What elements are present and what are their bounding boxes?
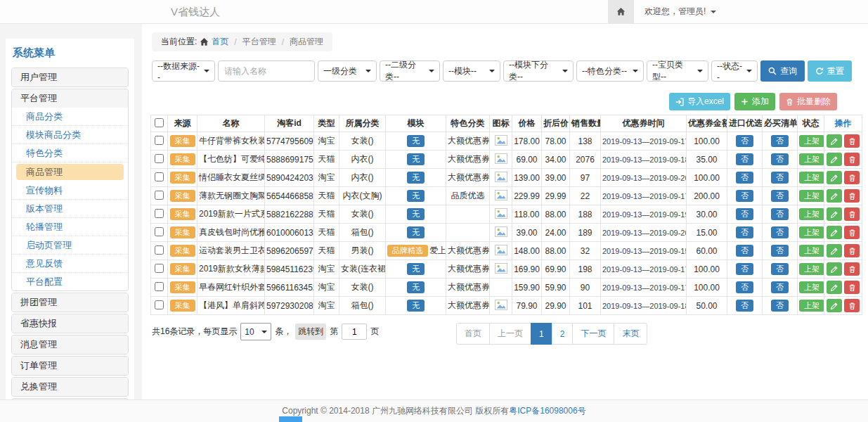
must-buy-toggle[interactable]: 否 — [771, 172, 789, 184]
row-checkbox[interactable] — [155, 245, 164, 255]
status-on-shelf-button[interactable]: 上架 — [799, 135, 824, 147]
import-select-toggle[interactable]: 否 — [736, 245, 753, 257]
status-on-shelf-button[interactable]: 上架 — [799, 208, 824, 220]
batch-delete-button[interactable]: 批量删除 — [779, 93, 837, 110]
sidebar-group-message-management[interactable]: 消息管理 — [12, 335, 128, 354]
row-checkbox[interactable] — [155, 300, 164, 309]
must-buy-toggle[interactable]: 否 — [771, 135, 789, 147]
row-edit-button[interactable] — [827, 244, 842, 257]
must-buy-toggle[interactable]: 否 — [771, 153, 789, 165]
row-checkbox[interactable] — [155, 136, 164, 145]
status-on-shelf-button[interactable]: 上架 — [799, 172, 824, 184]
page-1[interactable]: 1 — [531, 323, 552, 345]
goto-page-input[interactable] — [342, 324, 367, 340]
status-on-shelf-button[interactable]: 上架 — [799, 300, 824, 312]
sidebar-item-splash-management[interactable]: 启动页管理 — [12, 236, 128, 255]
sidebar-item-promo-material[interactable]: 宣传物料 — [12, 181, 128, 200]
feature-select[interactable]: --特色分类-- — [576, 60, 644, 82]
import-select-toggle[interactable]: 否 — [736, 281, 753, 293]
sidebar-item-feedback[interactable]: 意见反馈 — [12, 255, 128, 273]
sidebar-group-exchange-management[interactable]: 兑换管理 — [12, 378, 128, 396]
sidebar-item-version-management[interactable]: 版本管理 — [12, 200, 128, 218]
row-checkbox[interactable] — [155, 172, 164, 181]
status-on-shelf-button[interactable]: 上架 — [799, 281, 824, 293]
row-edit-button[interactable] — [827, 153, 842, 166]
page-first[interactable]: 首页 — [456, 323, 490, 345]
row-checkbox[interactable] — [155, 191, 164, 200]
row-delete-button[interactable] — [844, 244, 860, 257]
sidebar-group-order-management[interactable]: 订单管理 — [12, 357, 128, 375]
row-checkbox[interactable] — [155, 227, 164, 236]
row-delete-button[interactable] — [844, 262, 860, 276]
import-select-toggle[interactable]: 否 — [736, 135, 753, 147]
row-edit-button[interactable] — [827, 171, 842, 184]
must-buy-toggle[interactable]: 否 — [771, 263, 789, 275]
sidebar-item-module-goods-category[interactable]: 模块商品分类 — [12, 126, 128, 144]
row-edit-button[interactable] — [827, 281, 842, 294]
sidebar-item-carousel-management[interactable]: 轮播管理 — [12, 218, 128, 236]
row-edit-button[interactable] — [827, 262, 842, 276]
sidebar-item-platform-config[interactable]: 平台配置 — [12, 273, 128, 290]
import-select-toggle[interactable]: 否 — [736, 300, 753, 312]
must-buy-toggle[interactable]: 否 — [771, 226, 789, 238]
data-source-select[interactable]: --数据来源-- — [152, 60, 215, 82]
status-on-shelf-button[interactable]: 上架 — [799, 263, 824, 275]
row-checkbox[interactable] — [155, 264, 164, 273]
row-delete-button[interactable] — [844, 153, 860, 166]
row-edit-button[interactable] — [827, 189, 842, 203]
breadcrumb-home-link[interactable]: 首页 — [200, 36, 228, 48]
status-on-shelf-button[interactable]: 上架 — [799, 153, 824, 165]
goto-button[interactable]: 跳转到 — [295, 324, 326, 340]
select-all-checkbox[interactable] — [155, 118, 164, 127]
sidebar-item-goods-category[interactable]: 商品分类 — [12, 108, 128, 126]
sidebar-group-group-buy-management[interactable]: 拼团管理 — [12, 293, 128, 312]
reset-button[interactable]: 重置 — [808, 60, 852, 82]
item-type-select[interactable]: --宝贝类型-- — [647, 60, 708, 82]
row-edit-button[interactable] — [827, 299, 842, 312]
page-next[interactable]: 下一页 — [572, 323, 614, 345]
row-delete-button[interactable] — [844, 171, 860, 184]
add-button[interactable]: 添加 — [734, 93, 775, 110]
must-buy-toggle[interactable]: 否 — [771, 245, 789, 257]
category2-select[interactable]: --二级分类-- — [380, 60, 440, 82]
icp-link[interactable]: 粤ICP备16098006号 — [509, 405, 585, 417]
row-delete-button[interactable] — [844, 189, 860, 203]
import-select-toggle[interactable]: 否 — [736, 172, 753, 184]
import-excel-button[interactable]: 导入excel — [669, 93, 730, 110]
status-on-shelf-button[interactable]: 上架 — [799, 226, 824, 238]
row-checkbox[interactable] — [155, 282, 164, 291]
row-edit-button[interactable] — [827, 207, 842, 221]
row-delete-button[interactable] — [844, 281, 860, 294]
sidebar-group-platform-management[interactable]: 平台管理 — [12, 89, 128, 108]
per-page-select[interactable]: 10 — [240, 323, 271, 340]
row-checkbox[interactable] — [155, 154, 164, 163]
user-menu[interactable]: 欢迎您，管理员! — [644, 6, 716, 18]
must-buy-toggle[interactable]: 否 — [771, 190, 789, 202]
page-2[interactable]: 2 — [552, 323, 574, 345]
sidebar-group-discount-express[interactable]: 省惠快报 — [12, 314, 128, 333]
search-button[interactable]: 查询 — [760, 60, 805, 82]
must-buy-toggle[interactable]: 否 — [771, 281, 789, 293]
row-delete-button[interactable] — [844, 226, 860, 239]
row-delete-button[interactable] — [844, 299, 860, 312]
import-select-toggle[interactable]: 否 — [736, 226, 753, 238]
status-on-shelf-button[interactable]: 上架 — [799, 245, 824, 257]
import-select-toggle[interactable]: 否 — [736, 263, 753, 275]
must-buy-toggle[interactable]: 否 — [771, 208, 789, 220]
name-input[interactable] — [218, 60, 315, 82]
row-edit-button[interactable] — [827, 134, 842, 148]
import-select-toggle[interactable]: 否 — [736, 153, 753, 165]
must-buy-toggle[interactable]: 否 — [771, 300, 789, 312]
sidebar-group-user-management[interactable]: 用户管理 — [12, 68, 128, 87]
home-button[interactable] — [608, 0, 634, 23]
sidebar-item-goods-management[interactable]: 商品管理 — [16, 164, 124, 180]
row-delete-button[interactable] — [844, 207, 860, 221]
module-sub-select[interactable]: --模块下分类-- — [503, 60, 574, 82]
row-edit-button[interactable] — [827, 226, 842, 239]
sidebar-item-feature-category[interactable]: 特色分类 — [12, 144, 128, 162]
row-checkbox[interactable] — [155, 209, 164, 218]
category1-select[interactable]: 一级分类 — [318, 60, 377, 82]
page-last[interactable]: 末页 — [614, 323, 647, 345]
status-select[interactable]: --状态-- — [711, 60, 758, 82]
page-prev[interactable]: 上一页 — [489, 323, 531, 345]
